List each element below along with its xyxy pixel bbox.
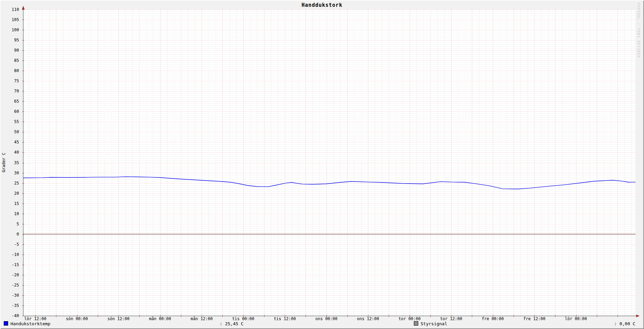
x-tick-label: ons 00:00 bbox=[308, 316, 345, 321]
x-tick-label: ons 12:00 bbox=[349, 316, 387, 321]
y-tick-label: 35 bbox=[1, 160, 19, 165]
y-tick-label: 30 bbox=[1, 171, 19, 175]
graph-title: Handdukstork bbox=[0, 2, 644, 8]
y-tick-label: -35 bbox=[1, 303, 19, 308]
x-tick-label: tor 00:00 bbox=[391, 316, 428, 321]
legend-swatch-handukstorktemp bbox=[4, 321, 8, 326]
y-tick-label: 60 bbox=[1, 109, 19, 114]
y-tick-label: -15 bbox=[1, 262, 19, 267]
legend-value-styrsignal: : 0,00 C bbox=[614, 321, 636, 326]
y-tick-label: -10 bbox=[1, 252, 19, 257]
legend-item-handukstorktemp: Handukstorktemp bbox=[4, 321, 50, 326]
y-tick-label: 100 bbox=[1, 28, 19, 32]
legend-swatch-styrsignal bbox=[414, 321, 418, 326]
legend-value-handukstorktemp: : 25,45 C bbox=[220, 321, 243, 326]
x-tick-label: mån 12:00 bbox=[183, 316, 220, 321]
plot-area bbox=[0, 0, 644, 329]
x-tick-label: mån 00:00 bbox=[142, 316, 179, 321]
x-tick-label: fre 00:00 bbox=[474, 316, 512, 321]
legend-label-styrsignal: Styrsignal bbox=[421, 321, 447, 326]
y-tick-label: 65 bbox=[1, 99, 19, 104]
y-tick-label: -20 bbox=[1, 273, 19, 277]
y-tick-label: 95 bbox=[1, 38, 19, 42]
y-tick-label: 20 bbox=[1, 191, 19, 196]
y-tick-label: 80 bbox=[1, 68, 19, 73]
y-tick-label: -5 bbox=[1, 242, 19, 247]
y-tick-label: 85 bbox=[1, 58, 19, 63]
y-tick-label: 10 bbox=[1, 211, 19, 216]
y-tick-label: 40 bbox=[1, 150, 19, 155]
x-tick-label: lör 12:00 bbox=[17, 316, 54, 321]
y-tick-label: 70 bbox=[1, 89, 19, 93]
x-tick-label: fre 12:00 bbox=[516, 316, 553, 321]
x-tick-label: tis 12:00 bbox=[266, 316, 303, 321]
y-tick-label: 5 bbox=[1, 222, 19, 226]
y-tick-label: -30 bbox=[1, 293, 19, 298]
rrdtool-watermark: RRDTOOL / TOBI OETIKER bbox=[637, 3, 640, 58]
y-tick-label: 105 bbox=[1, 17, 19, 22]
y-tick-label: 75 bbox=[1, 79, 19, 83]
y-tick-label: 45 bbox=[1, 140, 19, 144]
y-tick-label: 90 bbox=[1, 48, 19, 53]
y-tick-label: 50 bbox=[1, 129, 19, 134]
x-tick-label: sön 12:00 bbox=[100, 316, 137, 321]
y-tick-label: -25 bbox=[1, 283, 19, 288]
y-tick-label: 0 bbox=[1, 232, 19, 237]
x-tick-label: tor 12:00 bbox=[433, 316, 470, 321]
x-tick-label: sön 00:00 bbox=[58, 316, 96, 321]
y-tick-label: 25 bbox=[1, 181, 19, 186]
legend-label-handukstorktemp: Handukstorktemp bbox=[11, 321, 50, 326]
x-tick-label: tis 00:00 bbox=[225, 316, 262, 321]
legend-item-styrsignal: Styrsignal bbox=[414, 321, 447, 326]
y-tick-label: 15 bbox=[1, 201, 19, 206]
y-tick-label: 110 bbox=[1, 7, 19, 12]
x-tick-label: lör 00:00 bbox=[557, 316, 595, 321]
y-tick-label: 55 bbox=[1, 119, 19, 124]
